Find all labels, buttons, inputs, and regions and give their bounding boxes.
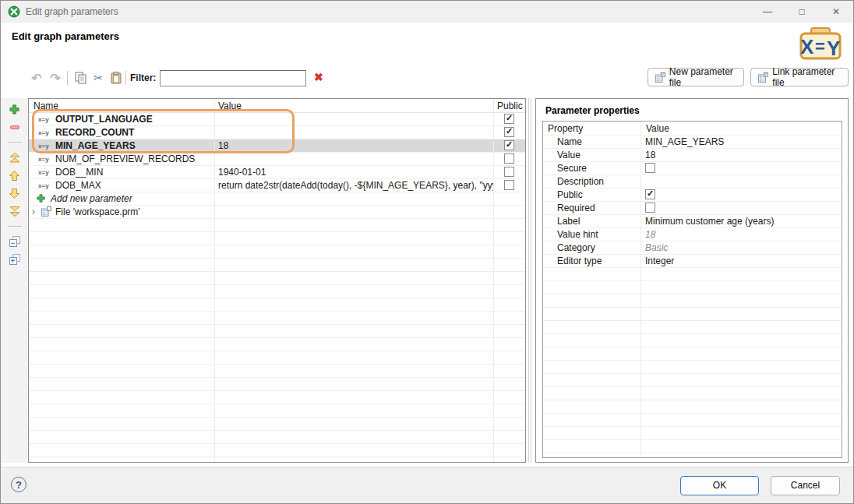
toolbar-separator [8,142,22,143]
column-header-public: Public [497,99,523,113]
title-bar: Edit graph parameters — □ ✕ [1,1,853,23]
public-checkbox[interactable] [504,140,514,150]
parameters-logo-icon: X = Y [799,26,842,62]
required-checkbox[interactable] [645,203,655,213]
panel-splitter[interactable] [528,98,534,463]
parameters-side-toolbar: − + [1,98,28,463]
property-row[interactable]: Value hint18 [543,228,842,241]
property-row[interactable]: NameMIN_AGE_YEARS [543,136,842,149]
clear-filter-icon[interactable]: ✖ [314,71,323,83]
public-checkbox[interactable] [504,167,514,177]
parameter-xy-icon: x=y [38,127,55,139]
close-button[interactable]: ✕ [819,1,853,23]
properties-table-header: Property Value [543,122,842,136]
property-row[interactable]: CategoryBasic [543,241,842,255]
cut-icon[interactable]: ✂ [90,70,106,86]
cancel-button[interactable]: Cancel [771,476,840,495]
new-parameter-file-label: New parameter file [669,66,736,88]
svg-text:=: = [815,37,825,56]
parameter-properties-panel: Parameter properties Property Value Name… [535,98,849,463]
column-header-name: Name [34,99,58,113]
minimize-button[interactable]: — [750,1,785,23]
table-row-selected[interactable]: x=yMIN_AGE_YEARS 18 [29,139,525,153]
page-title: Edit graph parameters [12,30,119,42]
toolbar: ↶ ↷ ✂ Filter: ✖ New parameter file Link … [1,68,853,90]
empty-property-rows [543,268,842,457]
dialog-footer: ? OK Cancel [1,467,853,503]
window-title: Edit graph parameters [26,1,118,23]
expand-all-icon[interactable]: + [9,254,20,265]
public-checkbox[interactable] [504,153,514,164]
ok-button[interactable]: OK [680,476,759,495]
parameter-xy-icon: x=y [38,167,55,179]
remove-parameter-icon[interactable] [10,122,19,132]
table-row[interactable]: x=yRECORD_COUNT [29,126,525,139]
filter-label: Filter: [130,72,156,83]
public-checkbox[interactable] [504,114,514,124]
add-parameter-icon[interactable] [9,104,19,115]
properties-table: Property Value NameMIN_AGE_YEARS Value18… [542,121,842,458]
parameter-file-icon [758,72,768,83]
move-up-icon[interactable] [9,170,19,181]
maximize-button[interactable]: □ [785,1,819,23]
property-row[interactable]: LabelMinimum customer age (years) [543,215,842,228]
parameter-xy-icon: x=y [38,140,55,153]
link-parameter-file-button[interactable]: Link parameter file [750,68,849,86]
expand-chevron-icon[interactable]: › [32,206,41,218]
table-row[interactable]: x=yDOB__MIN 1940-01-01 [29,166,525,179]
move-down-icon[interactable] [9,188,19,199]
table-row[interactable]: x=yNUM_OF_PREVIEW_RECORDS [29,153,525,166]
property-row[interactable]: Editor typeInteger [543,255,842,268]
parameter-xy-icon: x=y [38,153,55,166]
app-icon [8,5,20,18]
column-header-value: Value [646,122,669,136]
property-row[interactable]: Value18 [543,149,842,162]
paste-icon[interactable] [108,70,124,86]
property-row[interactable]: Secure [543,162,842,175]
column-header-property: Property [548,122,583,136]
parameter-file-row[interactable]: ›File 'workspace.prm' [29,206,525,219]
public-checkbox[interactable] [504,127,514,137]
parameter-file-icon [41,206,51,217]
property-row[interactable]: Description [543,175,842,189]
link-parameter-file-label: Link parameter file [772,66,841,88]
undo-icon[interactable]: ↶ [29,70,44,86]
svg-text:X: X [800,35,814,58]
public-checkbox[interactable] [645,189,655,199]
parameters-table: Name Value Public x=yOUTPUT_LANGUAGE x=y… [28,98,526,463]
toolbar-separator [8,226,22,227]
property-row[interactable]: Required [543,202,842,215]
svg-text:Y: Y [827,37,840,60]
column-header-value: Value [218,99,242,113]
filter-input[interactable] [160,70,306,86]
redo-icon[interactable]: ↷ [48,70,63,86]
move-bottom-icon[interactable] [9,206,20,217]
toolbar-separator [67,71,68,85]
parameter-xy-icon: x=y [38,114,55,126]
edit-graph-parameters-dialog: Edit graph parameters — □ ✕ Edit graph p… [0,0,854,504]
help-icon[interactable]: ? [11,477,26,492]
property-row[interactable]: Public [543,189,842,202]
table-header: Name Value Public [29,99,525,113]
move-top-icon[interactable] [9,152,20,163]
add-new-parameter-row[interactable]: Add new parameter [29,192,525,206]
empty-table-rows [29,219,525,462]
collapse-all-icon[interactable]: − [9,236,20,247]
parameter-file-icon [655,72,665,83]
secure-checkbox[interactable] [645,163,655,173]
new-parameter-file-button[interactable]: New parameter file [648,68,744,86]
parameter-xy-icon: x=y [38,180,55,192]
add-icon [37,194,45,203]
copy-icon[interactable] [72,70,88,86]
toolbar-separator [125,71,126,85]
public-checkbox[interactable] [504,180,514,190]
table-row[interactable]: x=yOUTPUT_LANGUAGE [29,113,525,126]
properties-panel-title: Parameter properties [545,105,640,116]
table-row[interactable]: x=yDOB_MAX return date2str(dateAdd(today… [29,179,525,192]
